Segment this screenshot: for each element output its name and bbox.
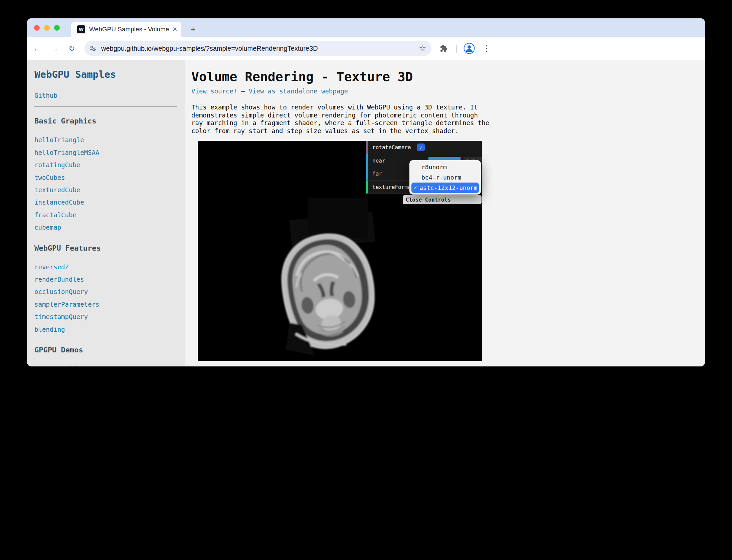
reload-icon[interactable]: ↻ (66, 42, 78, 54)
sidebar-item-rotatingCube[interactable]: rotatingCube (34, 159, 177, 171)
tab-strip: W WebGPU Samples - Volume R ✕ + (27, 18, 705, 37)
texture-format-dropdown: r8unorm bc4-r-unorm ✓ astc-12x12-unorm (409, 160, 481, 195)
toolbar-separator (456, 45, 457, 53)
selected-option-label: astc-12x12-unorm (419, 183, 477, 193)
sidebar-item-computeBoids[interactable]: computeBoids (34, 363, 177, 366)
dropdown-option-astc-12x12-unorm[interactable]: ✓ astc-12x12-unorm (411, 183, 479, 193)
tab-close-icon[interactable]: ✕ (172, 26, 177, 33)
page-viewport: WebGPU Samples Github Basic Graphics hel… (27, 60, 705, 366)
webgpu-canvas[interactable]: rotateCamera ✓ near 4.3 far texture (198, 141, 482, 361)
bookmark-star-icon[interactable]: ☆ (419, 44, 426, 53)
sidebar-item-reversedZ[interactable]: reversedZ (34, 261, 177, 273)
site-settings-icon[interactable] (89, 45, 97, 52)
profile-avatar[interactable] (463, 42, 475, 54)
browser-tab[interactable]: W WebGPU Samples - Volume R ✕ (71, 22, 181, 37)
sidebar-heading-gpgpu-demos: GPGPU Demos (34, 346, 177, 354)
sidebar-heading-basic-graphics: Basic Graphics (34, 117, 177, 125)
traffic-light-zoom[interactable] (54, 25, 60, 31)
webgpu-favicon-icon: W (77, 25, 85, 33)
traffic-light-minimize[interactable] (44, 25, 50, 31)
links-separator: — (241, 87, 245, 95)
standalone-link[interactable]: View as standalone webpage (249, 87, 348, 95)
extensions-icon[interactable] (438, 42, 450, 54)
selected-check-icon: ✓ (411, 183, 419, 193)
browser-toolbar: ← → ↻ webgpu.github.io/webgpu-samples/?s… (27, 37, 705, 60)
forward-icon[interactable]: → (48, 42, 60, 54)
gui-row-rotateCamera: rotateCamera ✓ (366, 141, 482, 154)
sidebar-item-timestampQuery[interactable]: timestampQuery (34, 311, 177, 323)
sidebar-item-blending[interactable]: blending (34, 323, 177, 336)
view-source-link[interactable]: View source! (191, 87, 237, 95)
menu-kebab-icon[interactable]: ⋮ (481, 42, 493, 54)
browser-window: W WebGPU Samples - Volume R ✕ + ← → ↻ we (27, 18, 705, 366)
main-content: Volume Rendering - Texture 3D View sourc… (185, 60, 705, 366)
source-links: View source! — View as standalone webpag… (191, 87, 705, 95)
dropdown-option-bc4-r-unorm[interactable]: bc4-r-unorm (411, 172, 479, 183)
url-text[interactable]: webgpu.github.io/webgpu-samples/?sample=… (101, 45, 419, 52)
rotate-camera-label: rotateCamera (372, 144, 417, 151)
sidebar-item-twoCubes[interactable]: twoCubes (34, 172, 177, 184)
sidebar-item-helloTriangle[interactable]: helloTriangle (34, 134, 177, 146)
sidebar: WebGPU Samples Github Basic Graphics hel… (27, 60, 185, 366)
back-icon[interactable]: ← (31, 42, 43, 54)
sample-description: This example shows how to render volumes… (191, 103, 491, 135)
sidebar-heading-webgpu-features: WebGPU Features (34, 244, 177, 252)
sidebar-item-samplerParameters[interactable]: samplerParameters (34, 298, 177, 311)
sidebar-item-cubemap[interactable]: cubemap (34, 221, 177, 234)
url-bar[interactable]: webgpu.github.io/webgpu-samples/?sample=… (84, 41, 431, 56)
sidebar-item-occlusionQuery[interactable]: occlusionQuery (34, 286, 177, 298)
page-title: Volume Rendering - Texture 3D (191, 69, 705, 84)
sidebar-link-github[interactable]: Github (34, 89, 177, 102)
dropdown-option-r8unorm[interactable]: r8unorm (411, 162, 479, 172)
tab-title: WebGPU Samples - Volume R (89, 26, 170, 33)
traffic-light-close[interactable] (34, 25, 40, 31)
close-controls-button[interactable]: Close Controls (403, 195, 482, 204)
new-tab-button[interactable]: + (187, 23, 199, 35)
rotate-camera-checkbox[interactable]: ✓ (417, 144, 425, 151)
sidebar-item-helloTriangleMSAA[interactable]: helloTriangleMSAA (34, 147, 177, 159)
sidebar-divider (34, 106, 177, 107)
sidebar-item-fractalCube[interactable]: fractalCube (34, 209, 177, 221)
sidebar-item-instancedCube[interactable]: instancedCube (34, 196, 177, 209)
sidebar-item-texturedCube[interactable]: texturedCube (34, 184, 177, 196)
sidebar-title: WebGPU Samples (34, 69, 177, 80)
sidebar-item-renderBundles[interactable]: renderBundles (34, 273, 177, 286)
